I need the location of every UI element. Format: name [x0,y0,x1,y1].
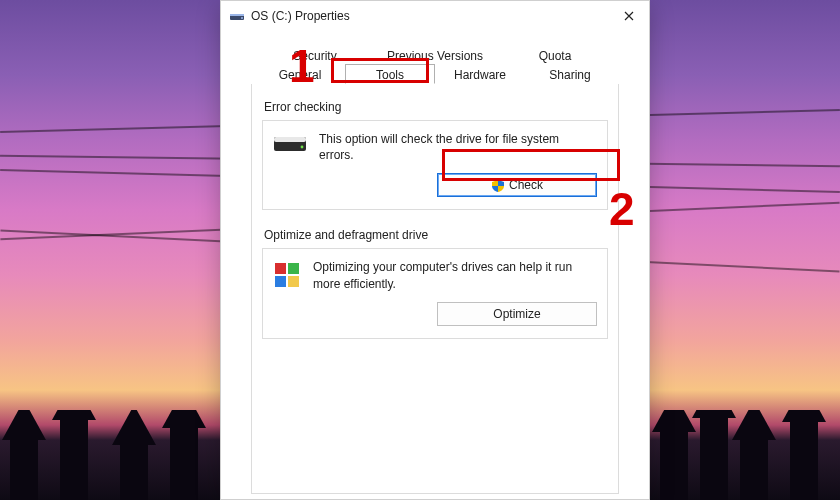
section-title-error-checking: Error checking [264,100,608,114]
close-button[interactable] [609,1,649,31]
drive-icon [229,8,245,24]
tab-strip: Security Previous Versions Quota General… [221,45,649,84]
optimize-description: Optimizing your computer's drives can he… [313,259,597,291]
section-optimize: Optimize and defragment drive Optimizing… [262,228,608,338]
check-button[interactable]: Check [437,173,597,197]
tab-sharing[interactable]: Sharing [525,64,615,84]
svg-rect-1 [230,14,244,16]
titlebar[interactable]: OS (C:) Properties [221,1,649,31]
error-checking-description: This option will check the drive for fil… [319,131,597,163]
svg-point-2 [241,17,243,19]
section-title-optimize: Optimize and defragment drive [264,228,608,242]
optimize-button-label: Optimize [493,303,540,325]
uac-shield-icon [491,178,505,192]
svg-rect-7 [288,263,299,274]
tab-previous-versions[interactable]: Previous Versions [375,45,495,65]
svg-rect-8 [275,276,286,287]
svg-rect-9 [288,276,299,287]
defragment-icon [273,261,301,289]
hard-drive-icon [273,133,307,155]
tab-content: Error checking This option will check th… [251,84,619,494]
optimize-button[interactable]: Optimize [437,302,597,326]
check-button-label: Check [509,174,543,196]
section-error-checking: Error checking This option will check th… [262,100,608,210]
properties-dialog: OS (C:) Properties Security Previous Ver… [220,0,650,500]
window-title: OS (C:) Properties [251,9,609,23]
tab-security[interactable]: Security [255,45,375,65]
svg-point-5 [301,146,304,149]
tab-quota[interactable]: Quota [495,45,615,65]
svg-rect-6 [275,263,286,274]
tab-general[interactable]: General [255,64,345,84]
svg-rect-4 [274,137,306,142]
tab-hardware[interactable]: Hardware [435,64,525,84]
tab-tools[interactable]: Tools [345,64,435,84]
